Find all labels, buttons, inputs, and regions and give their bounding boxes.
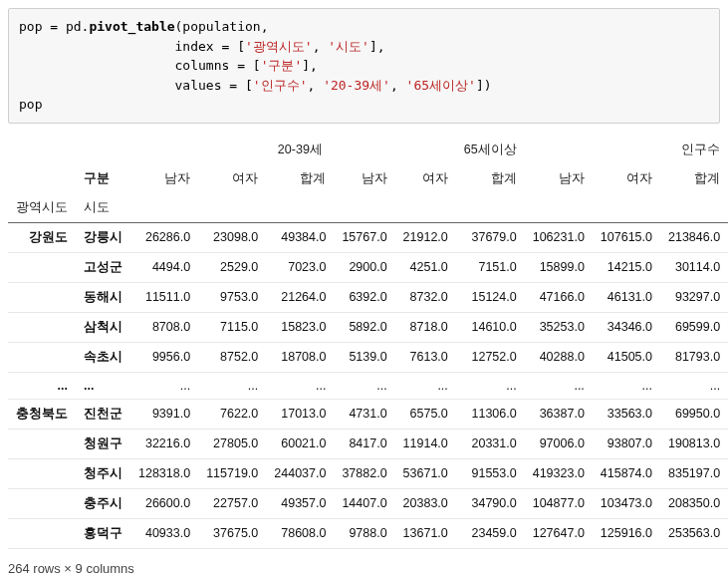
- cell: 40933.0: [130, 518, 198, 548]
- cell: 5892.0: [334, 312, 394, 342]
- table-row: 강원도강릉시26286.023098.049384.015767.021912.…: [8, 222, 728, 252]
- cell: 22757.0: [198, 488, 266, 518]
- cell: 37679.0: [456, 222, 525, 252]
- cell: 106231.0: [525, 222, 593, 252]
- cell: 20383.0: [395, 488, 456, 518]
- col-group-20-39: 20-39세: [266, 136, 334, 164]
- row-index-lvl1: 동해시: [76, 282, 130, 312]
- cell: 37882.0: [334, 458, 394, 488]
- cell: 2900.0: [334, 252, 394, 282]
- code-line-2: index = ['광역시도', '시도'],: [19, 39, 385, 54]
- cell: 15899.0: [525, 252, 593, 282]
- cell: ...: [660, 372, 728, 399]
- cell: 7622.0: [198, 399, 266, 429]
- cell: 244037.0: [266, 458, 334, 488]
- row-index-lvl1: 삼척시: [76, 312, 130, 342]
- col-group-pop: 인구수: [660, 136, 728, 164]
- cell: 835197.0: [660, 458, 728, 488]
- col-f1: 여자: [198, 164, 266, 193]
- cell: 104877.0: [525, 488, 593, 518]
- table-row: .................................: [8, 372, 728, 399]
- row-index-lvl0: [8, 429, 76, 458]
- row-index-lvl1: ...: [76, 372, 130, 399]
- cell: 8417.0: [334, 429, 394, 458]
- cell: 14610.0: [456, 312, 525, 342]
- cell: 21264.0: [266, 282, 334, 312]
- col-m3: 남자: [525, 164, 593, 193]
- cell: 11306.0: [456, 399, 525, 429]
- table-row: 흥덕구40933.037675.078608.09788.013671.0234…: [8, 518, 728, 548]
- table-row: 삼척시8708.07115.015823.05892.08718.014610.…: [8, 312, 728, 342]
- header-row-index-names: 광역시도 시도: [8, 193, 728, 223]
- cell: 47166.0: [525, 282, 593, 312]
- row-index-lvl0: [8, 312, 76, 342]
- cell: 103473.0: [593, 488, 660, 518]
- columns-name: 구분: [76, 164, 130, 193]
- cell: 37675.0: [198, 518, 266, 548]
- row-index-lvl1: 진천군: [76, 399, 130, 429]
- cell: 9788.0: [334, 518, 394, 548]
- table-row: 충주시26600.022757.049357.014407.020383.034…: [8, 488, 728, 518]
- cell: 14407.0: [334, 488, 394, 518]
- cell: 127647.0: [525, 518, 593, 548]
- cell: 5139.0: [334, 342, 394, 372]
- cell: 27805.0: [198, 429, 266, 458]
- cell: 93297.0: [660, 282, 728, 312]
- row-index-lvl1: 강릉시: [76, 222, 130, 252]
- col-m1: 남자: [130, 164, 198, 193]
- code-line-5: pop: [19, 97, 42, 112]
- cell: 419323.0: [525, 458, 593, 488]
- cell: 190813.0: [660, 429, 728, 458]
- cell: 12752.0: [456, 342, 525, 372]
- cell: 115719.0: [198, 458, 266, 488]
- row-index-lvl1: 흥덕구: [76, 518, 130, 548]
- cell: 20331.0: [456, 429, 525, 458]
- cell: 23459.0: [456, 518, 525, 548]
- code-line-3: columns = ['구분'],: [19, 58, 318, 73]
- cell: 41505.0: [593, 342, 660, 372]
- index-name-1: 광역시도: [8, 193, 76, 223]
- row-index-lvl0: [8, 458, 76, 488]
- cell: 81793.0: [660, 342, 728, 372]
- cell: 7613.0: [395, 342, 456, 372]
- cell: 13671.0: [395, 518, 456, 548]
- cell: 69599.0: [660, 312, 728, 342]
- cell: 6575.0: [395, 399, 456, 429]
- code-line-1: pop = pd.pivot_table(population,: [19, 19, 268, 34]
- cell: 69950.0: [660, 399, 728, 429]
- cell: 415874.0: [593, 458, 660, 488]
- col-t1: 합계: [266, 164, 334, 193]
- table-row: 충청북도진천군9391.07622.017013.04731.06575.011…: [8, 399, 728, 429]
- cell: 7151.0: [456, 252, 525, 282]
- cell: 40288.0: [525, 342, 593, 372]
- cell: 46131.0: [593, 282, 660, 312]
- cell: 8732.0: [395, 282, 456, 312]
- cell: 14215.0: [593, 252, 660, 282]
- cell: 23098.0: [198, 222, 266, 252]
- cell: 26600.0: [130, 488, 198, 518]
- row-index-lvl1: 청원구: [76, 429, 130, 458]
- col-f3: 여자: [593, 164, 660, 193]
- shape-info: 264 rows × 9 columns: [8, 561, 720, 576]
- cell: ...: [525, 372, 593, 399]
- cell: 30114.0: [660, 252, 728, 282]
- table-row: 청원구32216.027805.060021.08417.011914.0203…: [8, 429, 728, 458]
- dataframe-table: 20-39세 65세이상 인구수 구분 남자 여자 합계 남자 여자 합계 남자…: [8, 136, 728, 549]
- cell: 208350.0: [660, 488, 728, 518]
- cell: 128318.0: [130, 458, 198, 488]
- cell: 107615.0: [593, 222, 660, 252]
- code-cell: pop = pd.pivot_table(population, index =…: [8, 8, 720, 124]
- cell: 49384.0: [266, 222, 334, 252]
- col-t3: 합계: [660, 164, 728, 193]
- cell: 8752.0: [198, 342, 266, 372]
- cell: 53671.0: [395, 458, 456, 488]
- cell: 7115.0: [198, 312, 266, 342]
- table-row: 동해시11511.09753.021264.06392.08732.015124…: [8, 282, 728, 312]
- cell: 8718.0: [395, 312, 456, 342]
- header-row-groups: 20-39세 65세이상 인구수: [8, 136, 728, 164]
- table-row: 속초시9956.08752.018708.05139.07613.012752.…: [8, 342, 728, 372]
- row-index-lvl0: [8, 252, 76, 282]
- cell: 91553.0: [456, 458, 525, 488]
- code-line-4: values = ['인구수', '20-39세', '65세이상']): [19, 78, 492, 93]
- cell: 7023.0: [266, 252, 334, 282]
